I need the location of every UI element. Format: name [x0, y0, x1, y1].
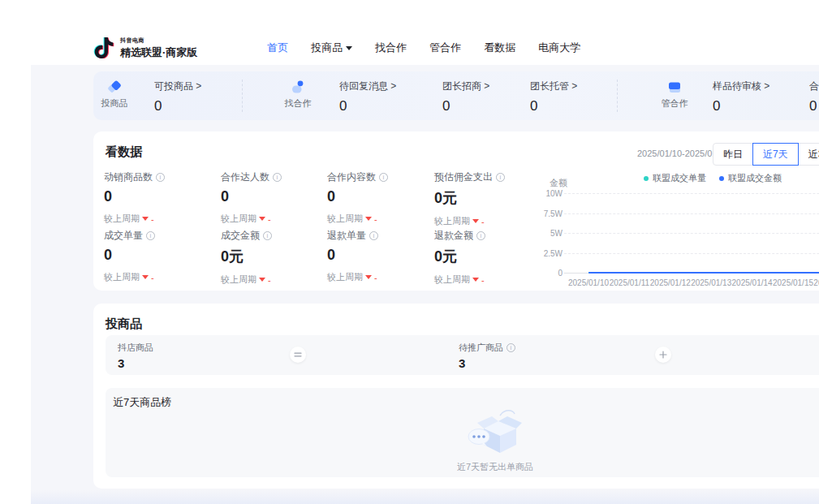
empty-state-text: 近7天暂无出单商品 [414, 461, 576, 473]
info-icon[interactable] [506, 343, 515, 352]
nav-item-view-data[interactable]: 看数据 [484, 41, 515, 55]
chart-legend: 联盟成交单量联盟成交金额 [644, 172, 782, 184]
arrow-down-icon [472, 219, 479, 223]
legend-dot-icon [719, 176, 724, 181]
info-icon[interactable] [369, 231, 378, 240]
brand-logo[interactable]: 抖音电商 精选联盟·商家版 [93, 37, 197, 60]
legend-item[interactable]: 联盟成交金额 [719, 172, 782, 184]
nav-item-manage-cooperation[interactable]: 管合作 [429, 41, 461, 55]
range-button-yesterday[interactable]: 昨日 [713, 143, 753, 166]
metric-card: 成交金额 0元 较上周期- [221, 229, 326, 286]
nav-item-promote-products[interactable]: 投商品 [311, 41, 352, 55]
module-find-cooperation[interactable]: 找合作 [277, 79, 319, 110]
info-icon[interactable] [496, 173, 505, 182]
page: 抖音电商 精选联盟·商家版 首页 投商品 找合作 管合作 看数据 电商大学 投商… [0, 0, 819, 504]
chart-gridline [564, 193, 819, 194]
view-data-panel: 看数据 2025/01/10-2025/01/16 昨日 近7天 近30天 动销… [93, 131, 819, 291]
chart-y-axis-title: 金额 [550, 177, 567, 189]
info-icon[interactable] [156, 173, 165, 182]
module-promote-products[interactable]: 投商品 [93, 79, 136, 110]
metric-card: 合作内容数 0 较上周期- [327, 170, 433, 225]
empty-state [463, 406, 528, 461]
y-axis-tick: 2.5W [540, 249, 563, 258]
arrow-down-icon [259, 217, 265, 221]
legend-label: 联盟成交金额 [728, 172, 782, 184]
metric-value: 0 [104, 247, 209, 264]
metric-value: 0元 [434, 188, 540, 208]
nav-item-ecommerce-academy[interactable]: 电商大学 [538, 41, 580, 55]
panel-title: 投商品 [106, 317, 142, 332]
wallet-icon [666, 79, 683, 95]
top-nav-bar: 抖音电商 精选联盟·商家版 首页 投商品 找合作 管合作 看数据 电商大学 [31, 31, 819, 65]
metric-card: 成交单量 0 较上周期- [104, 229, 209, 283]
module-manage-cooperation[interactable]: 管合作 [653, 79, 696, 110]
nav-item-find-cooperation[interactable]: 找合作 [375, 41, 407, 55]
module-label: 投商品 [93, 97, 136, 110]
stat-leader-trusteeship[interactable]: 团长托管 > 0 [530, 80, 577, 114]
shop-products-count: 3 [118, 356, 153, 370]
metric-card: 预估佣金支出 0元 较上周期- [434, 170, 540, 227]
brand-sub-title: 抖音电商 [120, 37, 197, 45]
metric-value: 0 [221, 188, 326, 205]
y-axis-tick: 7.5W [540, 209, 563, 218]
stat-pending-messages[interactable]: 待回复消息 > 0 [339, 80, 396, 114]
trend-chart: 联盟成交单量联盟成交金额 金额 10W7.5W5W2.5W02025/01/10… [548, 172, 819, 291]
metric-value: 0元 [221, 247, 326, 266]
chart-gridline [564, 213, 819, 214]
y-axis-tick: 5W [540, 229, 563, 238]
y-axis-tick: 0 [540, 269, 563, 278]
stat-available-products[interactable]: 可投商品 > 0 [154, 80, 201, 114]
date-range-switcher: 昨日 近7天 近30天 [713, 143, 819, 166]
page-bottom-strip [31, 490, 819, 504]
arrow-down-icon [259, 278, 265, 282]
module-label: 管合作 [653, 97, 696, 110]
metric-value: 0 [327, 188, 433, 205]
metric-card: 退款金额 0元 较上周期- [434, 229, 540, 286]
arrow-down-icon [472, 278, 479, 282]
shop-products-stat: 抖店商品 3 [118, 342, 153, 370]
product-stats-row: 抖店商品 3 待推广商品 3 [106, 335, 819, 375]
range-button-30days[interactable]: 近30天 [798, 143, 819, 166]
tag-icon [106, 79, 123, 95]
metric-value: 0 [327, 247, 433, 264]
quick-stats-bar: 投商品 可投商品 > 0 找合作 待回复消息 > 0 团长招商 > 0 团长托管… [93, 71, 819, 120]
divider [242, 80, 243, 112]
brand-main-title: 精选联盟·商家版 [120, 45, 197, 60]
reorder-button[interactable] [290, 347, 306, 363]
stat-samples-pending-review[interactable]: 样品待审核 > 0 [713, 80, 769, 114]
stat-clipped-right[interactable]: 合 0 [809, 80, 819, 114]
y-axis-tick: 10W [540, 189, 563, 198]
info-icon[interactable] [146, 231, 155, 240]
add-product-button[interactable] [655, 347, 671, 363]
arrow-down-icon [365, 275, 372, 279]
chart-gridline [564, 253, 819, 254]
arrow-down-icon [142, 275, 149, 279]
info-icon[interactable] [379, 173, 388, 182]
legend-label: 联盟成交单量 [653, 172, 706, 184]
weekly-product-ranking: 近7天商品榜 近7天暂无出单商品 [106, 388, 819, 477]
module-label: 找合作 [277, 97, 319, 110]
chart-gridline [564, 233, 819, 234]
promote-products-panel: 投商品 抖店商品 3 待推广商品 3 近7天商品榜 [93, 304, 819, 489]
pending-promotion-stat: 待推广商品 3 [459, 342, 515, 370]
chart-series-line [588, 272, 819, 274]
plus-icon [659, 351, 667, 359]
douyin-note-icon [93, 37, 114, 58]
person-icon [290, 79, 306, 95]
reorder-icon [294, 351, 302, 359]
info-icon[interactable] [263, 231, 272, 240]
metric-card: 退款单量 0 较上周期- [327, 229, 433, 283]
legend-item[interactable]: 联盟成交单量 [644, 172, 706, 184]
nav-item-home[interactable]: 首页 [267, 41, 288, 55]
brand-logo-text: 抖音电商 精选联盟·商家版 [120, 37, 197, 60]
panel-title: 看数据 [106, 144, 142, 160]
info-icon[interactable] [273, 173, 282, 182]
arrow-down-icon [365, 217, 372, 221]
chevron-down-icon [346, 46, 352, 50]
metric-value: 0元 [434, 247, 540, 266]
x-axis-tick: 2025/01/16 [808, 278, 819, 287]
stat-leader-recruitment[interactable]: 团长招商 > 0 [442, 80, 489, 114]
range-button-7days[interactable]: 近7天 [752, 143, 799, 166]
info-icon[interactable] [476, 231, 485, 240]
legend-dot-icon [644, 176, 649, 181]
